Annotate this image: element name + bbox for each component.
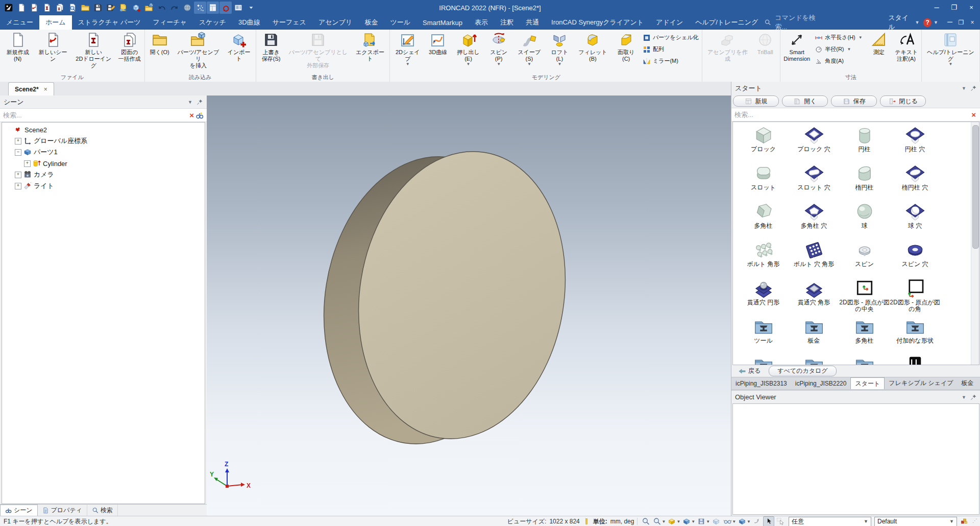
ribbon-button[interactable]: ロフト(L)▼ bbox=[546, 30, 573, 67]
document-tab-scene2[interactable]: Scene2* × bbox=[8, 82, 54, 95]
status-render-mode-facet-button[interactable] bbox=[667, 517, 677, 526]
ribbon-button[interactable]: 新規作成(N) bbox=[1, 30, 34, 67]
ribbon-small-button[interactable]: ミラー(M) bbox=[640, 55, 701, 67]
ribbon-tab[interactable]: ストラクチャ パーツ bbox=[72, 15, 147, 30]
qat-insert-assembly-button[interactable] bbox=[143, 2, 155, 14]
doc-restore-button[interactable]: ❐ bbox=[955, 19, 967, 26]
catalog-item[interactable]: 多角柱 bbox=[839, 317, 890, 355]
catalog-tab[interactable]: フレキシブル シェイプ bbox=[885, 377, 957, 389]
qat-save-button[interactable] bbox=[92, 2, 104, 14]
dropdown-caret-icon[interactable]: ▼ bbox=[406, 62, 410, 67]
ribbon-button[interactable]: 3D曲線 bbox=[424, 30, 452, 60]
binoculars-icon[interactable] bbox=[195, 111, 204, 119]
status-visibility-button[interactable] bbox=[722, 517, 732, 526]
ribbon-tab[interactable]: メニュー bbox=[0, 15, 39, 30]
command-search[interactable]: コマンドを検索... bbox=[764, 13, 823, 32]
dropdown-caret-icon[interactable]: ▼ bbox=[497, 62, 501, 67]
ribbon-small-button[interactable]: 水平長さ(H)▼ bbox=[812, 32, 865, 43]
catalog-item[interactable]: 貫通穴 角形 bbox=[789, 278, 839, 317]
ribbon-tab[interactable]: 表示 bbox=[469, 15, 494, 30]
resize-grip[interactable]: ⋰ bbox=[971, 518, 980, 525]
ribbon-button[interactable]: エクスポート bbox=[351, 30, 388, 67]
ribbon-button[interactable]: インポート bbox=[223, 30, 255, 67]
dropdown-caret-icon[interactable]: ▼ bbox=[467, 62, 471, 67]
catalog-item[interactable]: 球 bbox=[839, 202, 890, 240]
catalog-item[interactable]: 楕円柱 穴 bbox=[890, 163, 940, 202]
status-orbit-tool-button[interactable] bbox=[752, 517, 762, 526]
dropdown-caret-icon[interactable]: ▼ bbox=[747, 519, 751, 524]
pin-icon[interactable] bbox=[197, 99, 203, 105]
ribbon-small-button[interactable]: 半径(R)▼ bbox=[812, 43, 865, 55]
catalog-toolbar-button[interactable]: 保存 bbox=[831, 95, 877, 107]
catalog-item[interactable]: スピン 穴 bbox=[890, 240, 940, 278]
qat-export-button[interactable] bbox=[117, 2, 130, 14]
ribbon-button[interactable]: 上書き 保存(S) bbox=[257, 30, 285, 67]
catalog-clear-search-icon[interactable]: × bbox=[970, 110, 977, 119]
dropdown-caret-icon[interactable]: ▼ bbox=[676, 519, 680, 524]
dropdown-caret-icon[interactable]: ▼ bbox=[662, 519, 666, 524]
tree-item[interactable]: −パーツ1 bbox=[2, 147, 205, 158]
catalog-item[interactable] bbox=[839, 355, 890, 365]
panel-tab[interactable]: プロパティ bbox=[38, 505, 87, 516]
qat-batch-drawing-convert-button[interactable] bbox=[54, 2, 66, 14]
ribbon-tab[interactable]: 3D曲線 bbox=[232, 15, 266, 30]
ribbon-tab[interactable]: フィーチャ bbox=[147, 15, 193, 30]
selection-filter-dropdown[interactable]: 任意▼ bbox=[789, 517, 871, 526]
catalog-item[interactable]: 楕円柱 bbox=[839, 163, 890, 202]
ribbon-button[interactable]: ヘルプ/トレーニング▼ bbox=[923, 30, 978, 67]
catalog-toolbar-button[interactable]: 閉じる bbox=[880, 95, 926, 107]
dropdown-caret-icon[interactable]: ▼ bbox=[847, 47, 851, 52]
catalog-item[interactable]: 板金 bbox=[789, 317, 839, 355]
close-button[interactable]: × bbox=[963, 0, 980, 14]
ribbon-small-button[interactable]: 角度(A) bbox=[812, 55, 865, 67]
qat-preview-button[interactable] bbox=[66, 2, 79, 14]
qat-regenerate-button[interactable] bbox=[219, 2, 232, 14]
clear-search-icon[interactable]: × bbox=[188, 111, 195, 119]
scene-search-input[interactable]: 検索... × bbox=[0, 108, 207, 122]
ribbon-button[interactable]: フィレット(B) bbox=[573, 30, 612, 67]
tree-expander-icon[interactable]: − bbox=[15, 149, 21, 156]
qat-open-button[interactable] bbox=[79, 2, 91, 14]
ribbon-button[interactable]: パーツ/アセンブリ を挿入 bbox=[174, 30, 224, 74]
ribbon-button[interactable]: Smart Dimension bbox=[781, 30, 812, 67]
tree-item[interactable]: +ライト bbox=[2, 180, 205, 192]
ribbon-tab[interactable]: スケッチ bbox=[193, 15, 232, 30]
configuration-dropdown[interactable]: Default▼ bbox=[874, 517, 957, 526]
qat-orbit-camera-button[interactable] bbox=[181, 2, 193, 14]
catalog-collapse-icon[interactable]: ▼ bbox=[962, 86, 966, 91]
panel-collapse-icon[interactable]: ▼ bbox=[188, 100, 192, 105]
ribbon-button[interactable]: 新しい 2Dドローイング bbox=[71, 30, 116, 74]
scrollbar-thumb[interactable] bbox=[972, 125, 979, 249]
catalog-item[interactable]: ブロック bbox=[738, 125, 789, 163]
catalog-item[interactable]: 2D図形 - 原点が図の中央 bbox=[839, 278, 890, 317]
tree-item[interactable]: Scene2 bbox=[2, 124, 205, 135]
maximize-button[interactable]: ❐ bbox=[945, 0, 963, 14]
object-viewer-pin-icon[interactable] bbox=[970, 394, 977, 400]
ribbon-tab[interactable]: アセンブリ bbox=[312, 15, 359, 30]
catalog-pin-icon[interactable] bbox=[970, 85, 977, 91]
dropdown-caret-icon[interactable]: ▼ bbox=[706, 519, 710, 524]
catalog-item[interactable] bbox=[789, 355, 839, 365]
panel-tab[interactable]: シーン bbox=[0, 505, 38, 516]
catalog-tab[interactable]: icPiping_JISB2313 bbox=[731, 377, 791, 389]
ribbon-button[interactable]: 2Dシェイプ▼ bbox=[391, 30, 424, 67]
tree-item[interactable]: +カメラ bbox=[2, 169, 205, 180]
catalog-toolbar-button[interactable]: 新規 bbox=[733, 95, 779, 107]
catalog-tab[interactable]: スタート bbox=[850, 377, 885, 389]
status-transparent-view-button[interactable] bbox=[711, 517, 721, 526]
help-icon[interactable]: ? bbox=[923, 18, 932, 27]
ribbon-tab[interactable]: ヘルプ/トレーニング bbox=[689, 15, 764, 30]
object-viewer-collapse-icon[interactable]: ▼ bbox=[962, 395, 966, 400]
catalog-item[interactable]: ボルト 穴 角形 bbox=[789, 240, 839, 278]
catalog-item[interactable]: 付加的な形状 bbox=[890, 317, 940, 355]
catalog-tab[interactable]: 板金 bbox=[957, 377, 977, 389]
tree-item[interactable]: +グローバル座標系 bbox=[2, 135, 205, 147]
catalog-item[interactable]: 多角柱 bbox=[738, 202, 789, 240]
doc-close-button[interactable]: × bbox=[967, 19, 978, 26]
qat-insert-part-button[interactable] bbox=[130, 2, 142, 14]
qat-save-copy-button[interactable] bbox=[105, 2, 117, 14]
minimize-button[interactable]: ─ bbox=[928, 0, 945, 14]
ribbon-tab[interactable]: ホーム bbox=[39, 15, 72, 30]
status-display-config-button[interactable] bbox=[737, 517, 747, 526]
catalog-scrollbar[interactable] bbox=[971, 122, 979, 365]
